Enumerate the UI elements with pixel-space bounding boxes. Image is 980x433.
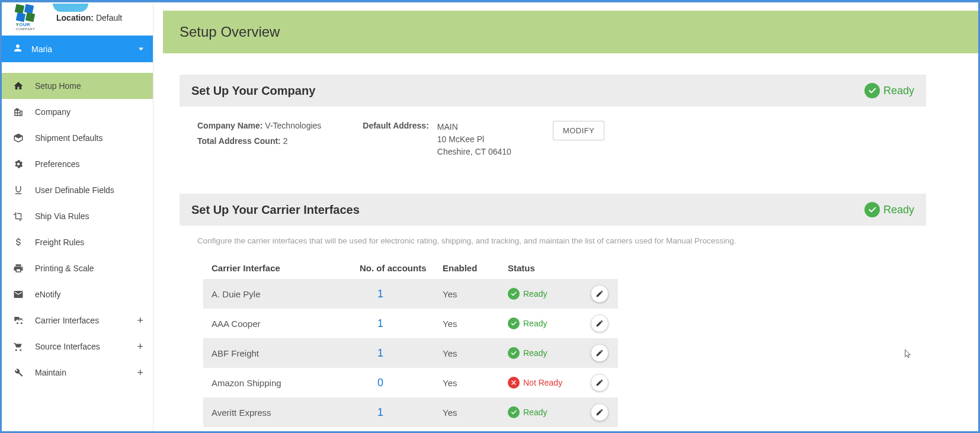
wrench-icon <box>12 367 24 379</box>
address-count-label: Total Address Count: <box>197 136 281 146</box>
mail-icon <box>12 288 24 300</box>
nav-shipment-defaults[interactable]: Shipment Defaults <box>2 125 153 151</box>
nav-source-interfaces[interactable]: Source Interfaces + <box>2 333 153 360</box>
table-row: Amazon Shipping0YesNot Ready <box>203 368 618 397</box>
accounts-link[interactable]: 1 <box>360 347 443 360</box>
home-icon <box>12 80 24 92</box>
nav-label: Setup Home <box>35 81 81 91</box>
ready-badge: Ready <box>864 202 914 217</box>
accounts-link[interactable]: 1 <box>360 288 443 300</box>
check-circle-icon <box>508 406 520 418</box>
enabled-value: Yes <box>443 319 508 329</box>
cart-icon <box>12 341 24 352</box>
nav-label: eNotify <box>35 290 61 299</box>
nav-ship-via-rules[interactable]: Ship Via Rules <box>2 203 153 229</box>
expand-icon[interactable]: + <box>137 315 143 327</box>
col-interface: Carrier Interface <box>212 263 360 273</box>
nav-label: Shipment Defaults <box>35 133 103 143</box>
carrier-table-header: Carrier Interface No. of accounts Enable… <box>203 257 618 279</box>
edit-button[interactable] <box>591 315 609 332</box>
modify-button[interactable]: MODIFY <box>553 121 605 140</box>
nav-enotify[interactable]: eNotify <box>2 281 153 307</box>
edit-button[interactable] <box>591 344 609 362</box>
accounts-link[interactable]: 1 <box>360 406 443 419</box>
edit-button[interactable] <box>591 285 609 303</box>
location-display: Location: Default <box>56 13 122 23</box>
nav-printing-scale[interactable]: Printing & Scale <box>2 255 153 281</box>
main-content: Setup Overview Set Up Your Company Ready… <box>153 2 978 431</box>
table-row: AAA Cooper1YesReady <box>203 309 618 338</box>
col-accounts: No. of accounts <box>360 263 443 273</box>
nav-label: Company <box>35 107 71 117</box>
status-text: Ready <box>523 319 547 328</box>
nav-label: User Definable Fields <box>35 185 114 195</box>
check-circle-icon <box>508 347 520 359</box>
nav-user-definable-fields[interactable]: User Definable Fields <box>2 177 153 203</box>
company-name-label: Company Name: <box>197 121 262 130</box>
nav-maintain[interactable]: Maintain + <box>2 360 153 386</box>
carrier-name: AAA Cooper <box>212 319 360 329</box>
nav-label: Freight Rules <box>35 238 84 247</box>
enabled-value: Yes <box>443 378 508 388</box>
dollar-icon <box>12 236 24 248</box>
company-name-value: V-Technologies <box>265 121 321 130</box>
check-circle-icon <box>864 83 880 98</box>
address-count-value: 2 <box>283 136 288 146</box>
nav-label: Maintain <box>35 368 66 377</box>
nav-label: Preferences <box>35 159 79 169</box>
check-circle-icon <box>864 202 880 217</box>
location-label: Location: <box>56 13 94 23</box>
status-cell: Ready <box>508 317 591 329</box>
building-icon <box>12 106 24 118</box>
carrier-name: A. Duie Pyle <box>212 289 360 299</box>
carrier-section-title: Set Up Your Carrier Interfaces <box>191 203 360 217</box>
underline-icon <box>12 184 24 196</box>
status-cell: Ready <box>508 406 591 418</box>
status-cell: Ready <box>508 288 591 300</box>
enabled-value: Yes <box>443 348 508 358</box>
table-row: Dayton Freight1YesReady <box>203 427 618 431</box>
user-name: Maria <box>31 44 52 54</box>
company-section-header: Set Up Your Company Ready <box>180 75 926 107</box>
company-section: Set Up Your Company Ready Company Name: … <box>180 75 926 172</box>
table-row: A. Duie Pyle1YesReady <box>203 279 618 309</box>
nav-company[interactable]: Company <box>2 99 153 125</box>
expand-icon[interactable]: + <box>137 367 143 379</box>
nav-setup-home[interactable]: Setup Home <box>2 73 153 99</box>
carrier-description: Configure the carrier interfaces that wi… <box>180 226 926 250</box>
nav-carrier-interfaces[interactable]: Carrier Interfaces + <box>2 307 153 333</box>
nav-preferences[interactable]: Preferences <box>2 151 153 177</box>
company-logo: YOUR COMPANY <box>12 5 39 31</box>
table-row: Averitt Express1YesReady <box>203 397 618 427</box>
edit-button[interactable] <box>591 403 609 421</box>
nav-freight-rules[interactable]: Freight Rules <box>2 229 153 255</box>
ready-label: Ready <box>883 204 914 216</box>
status-text: Ready <box>523 408 547 417</box>
accounts-link[interactable]: 0 <box>360 377 443 389</box>
enabled-value: Yes <box>443 408 508 418</box>
gear-icon <box>12 158 24 170</box>
carrier-name: Averitt Express <box>212 408 360 418</box>
user-menu[interactable]: Maria <box>2 36 153 62</box>
carrier-table: Carrier Interface No. of accounts Enable… <box>203 257 618 431</box>
person-icon <box>12 43 23 55</box>
nav-label: Printing & Scale <box>35 264 94 273</box>
carrier-name: Amazon Shipping <box>212 378 360 388</box>
expand-icon[interactable]: + <box>137 341 143 353</box>
status-cell: Ready <box>508 347 591 359</box>
table-row: ABF Freight1YesReady <box>203 338 618 368</box>
carrier-name: ABF Freight <box>212 348 360 358</box>
status-text: Not Ready <box>523 378 562 387</box>
accounts-link[interactable]: 1 <box>360 317 443 330</box>
col-status: Status <box>508 263 591 273</box>
sidebar: YOUR COMPANY Location: Default Maria Set… <box>2 2 153 431</box>
check-circle-icon <box>508 317 520 329</box>
location-value: Default <box>96 13 122 23</box>
default-address-value: MAIN 10 McKee Pl Cheshire, CT 06410 <box>437 121 511 158</box>
crop-icon <box>12 210 24 222</box>
shipment-icon <box>12 132 24 144</box>
chevron-down-icon <box>139 47 143 50</box>
carrier-section-header: Set Up Your Carrier Interfaces Ready <box>180 194 926 226</box>
edit-button[interactable] <box>591 374 609 392</box>
nav-label: Ship Via Rules <box>35 211 89 221</box>
